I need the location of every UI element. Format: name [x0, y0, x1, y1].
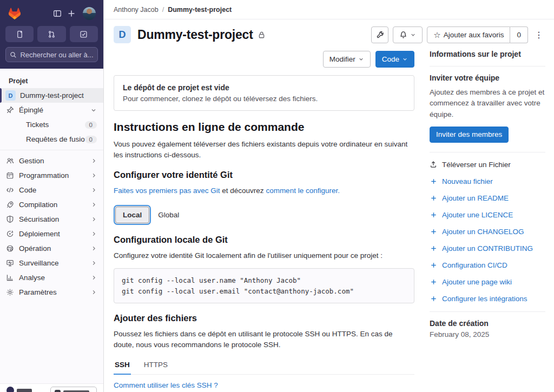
git-config-code-block[interactable]: git config --local user.name "Anthony Ja… — [114, 268, 414, 303]
repo-actions-row: Modifier Code — [114, 51, 414, 68]
chevron-down-icon — [358, 56, 364, 62]
aside-divider — [430, 152, 545, 152]
sidebar-item-deploiement[interactable]: Déploiement — [0, 227, 103, 241]
merge-requests-shortcut-button[interactable] — [37, 26, 65, 42]
cli-heading: Instructions en ligne de commande — [114, 121, 414, 134]
project-avatar: D — [5, 90, 16, 101]
sidebar-item-analyse[interactable]: Analyse — [0, 270, 103, 285]
code-line: git config --local user.name "Anthony Ja… — [122, 275, 406, 285]
help-button[interactable] — [6, 387, 32, 392]
chevron-right-icon — [91, 260, 97, 266]
sidebar-toggle-icon[interactable] — [50, 6, 64, 21]
tickets-count-badge: 0 — [85, 121, 97, 129]
chevron-down-icon — [90, 107, 97, 114]
tab-local[interactable]: Local — [115, 207, 149, 223]
tab-global[interactable]: Global — [158, 211, 179, 219]
sidebar-item-merge-requests[interactable]: Requêtes de fusion 0 — [0, 132, 103, 147]
globe-gear-icon — [5, 244, 14, 253]
created-date-label: Date de création — [430, 319, 545, 328]
monitor-icon — [5, 259, 14, 267]
add-licence-link[interactable]: Ajouter une LICENCE — [430, 211, 545, 219]
chevron-right-icon — [91, 202, 97, 208]
sidebar-item-parametres[interactable]: Paramètres — [0, 285, 103, 300]
code-line: git config --local user.email "contact@a… — [122, 286, 406, 296]
local-config-heading: Configuration locale de Git — [114, 235, 414, 245]
tab-https[interactable]: HTTPS — [143, 357, 169, 374]
add-wiki-page-link[interactable]: Ajouter une page wiki — [430, 278, 545, 286]
breadcrumb-user-link[interactable]: Anthony Jacob — [114, 6, 159, 14]
cli-intro: Vous pouvez également téléverser des fic… — [114, 139, 414, 160]
add-changelog-link[interactable]: Ajouter un CHANGELOG — [430, 228, 545, 236]
add-files-heading: Ajouter des fichiers — [114, 313, 414, 323]
rocket-icon — [5, 201, 14, 209]
sidebar-top-dark: Rechercher ou aller à... — [0, 0, 103, 69]
chevron-right-icon — [91, 172, 97, 178]
chevron-right-icon — [91, 187, 97, 193]
sidebar-footer — [0, 383, 103, 392]
issues-shortcut-button[interactable] — [5, 26, 34, 42]
admin-area-button[interactable] — [50, 387, 97, 392]
project-header: D Dummy-test-project ☆ Ajouter aux favor… — [114, 26, 545, 43]
code-dropdown-button[interactable]: Code — [375, 51, 414, 68]
invite-members-button[interactable]: Inviter des membres — [430, 127, 509, 143]
add-contributing-link[interactable]: Ajouter un CONTRIBUTING — [430, 244, 545, 253]
admin-wrench-button[interactable] — [371, 26, 388, 43]
sidebar-item-surveillance[interactable]: Surveillance — [0, 256, 103, 270]
breadcrumb-separator: / — [162, 6, 164, 14]
gitlab-logo[interactable] — [8, 7, 22, 21]
sidebar-item-tickets[interactable]: Tickets 0 — [0, 117, 103, 132]
sidebar-item-project[interactable]: D Dummy-test-project — [0, 88, 103, 103]
favorites-count-button[interactable]: 0 — [510, 26, 528, 43]
plus-icon — [430, 262, 437, 269]
deploy-icon — [5, 230, 14, 238]
sidebar-divider — [0, 150, 103, 150]
sidebar-item-code[interactable]: Code — [0, 183, 103, 197]
code-label: Code — [382, 55, 399, 63]
wrench-icon — [376, 31, 384, 39]
configure-integrations-link[interactable]: Configurer les intégrations — [430, 295, 545, 303]
upload-file-label: Téléverser un Fichier — [442, 161, 511, 169]
breadcrumb: Anthony Jacob / Dummy-test-project — [114, 6, 232, 14]
notifications-button[interactable] — [393, 26, 423, 43]
edit-dropdown-button[interactable]: Modifier — [323, 51, 371, 68]
cicd-configuration-link[interactable]: Configuration CI/CD — [430, 261, 545, 269]
local-config-desc: Configurez votre identité Git localement… — [114, 250, 414, 261]
upload-file-link[interactable]: Téléverser un Fichier — [430, 161, 545, 169]
sidebar-item-programmation[interactable]: Programmation — [0, 168, 103, 183]
git-configure-link[interactable]: comment le configurer. — [266, 187, 340, 195]
sidebar-item-gestion[interactable]: Gestion — [0, 154, 103, 168]
plus-icon — [430, 195, 437, 202]
sidebar-item-pinned[interactable]: Épinglé — [0, 103, 103, 117]
user-avatar[interactable] — [83, 7, 96, 20]
aside-info-title[interactable]: Informations sur le projet — [430, 50, 545, 58]
users-icon — [5, 157, 14, 165]
chevron-right-icon — [91, 231, 97, 237]
add-to-favorites-button[interactable]: ☆ Ajouter aux favoris — [427, 26, 510, 43]
new-file-link[interactable]: Nouveau fichier — [430, 177, 545, 185]
add-readme-link[interactable]: Ajouter un README — [430, 194, 545, 202]
favorites-label: Ajouter aux favoris — [444, 31, 504, 39]
breadcrumb-project-link[interactable]: Dummy-test-project — [168, 6, 232, 14]
identity-middle-text: et découvrez — [220, 187, 266, 195]
chevron-right-icon — [91, 158, 97, 164]
todo-shortcut-button[interactable] — [70, 26, 98, 42]
kebab-menu-icon[interactable]: ⋮ — [532, 26, 545, 43]
invite-team-title: Inviter votre équipe — [430, 74, 545, 82]
bell-icon — [399, 31, 407, 39]
ssh-keys-help-link[interactable]: Comment utiliser les clés SSH ? — [114, 381, 218, 389]
sidebar-item-compilation[interactable]: Compilation — [0, 197, 103, 212]
identity-heading: Configurer votre identité Git — [114, 170, 414, 180]
search-placeholder: Rechercher ou aller à... — [20, 51, 93, 59]
sidebar-section-label: Projet — [0, 73, 103, 88]
git-first-steps-link[interactable]: Faites vos premiers pas avec Git — [114, 187, 220, 195]
search-input[interactable]: Rechercher ou aller à... — [5, 47, 98, 62]
add-files-desc: Poussez les fichiers dans ce dépôt en ut… — [114, 329, 414, 350]
sidebar-item-securisation[interactable]: Sécurisation — [0, 212, 103, 227]
tickets-label: Tickets — [26, 121, 85, 129]
plus-icon — [430, 295, 437, 302]
main-column: Modifier Code Le dépôt de ce projet est … — [114, 49, 414, 392]
tab-ssh[interactable]: SSH — [114, 357, 131, 375]
plus-icon — [430, 245, 437, 252]
sidebar-item-operation[interactable]: Opération — [0, 241, 103, 256]
create-new-icon[interactable] — [64, 6, 78, 21]
